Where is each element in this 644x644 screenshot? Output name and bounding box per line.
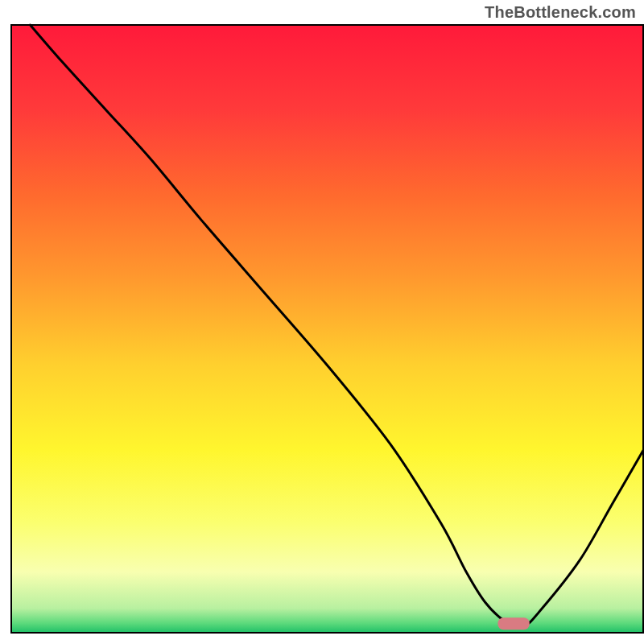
optimal-marker [497,617,529,630]
bottleneck-chart [0,0,644,644]
chart-container: TheBottleneck.com [0,0,644,644]
watermark-label: TheBottleneck.com [485,3,636,22]
plot-background [11,25,643,633]
